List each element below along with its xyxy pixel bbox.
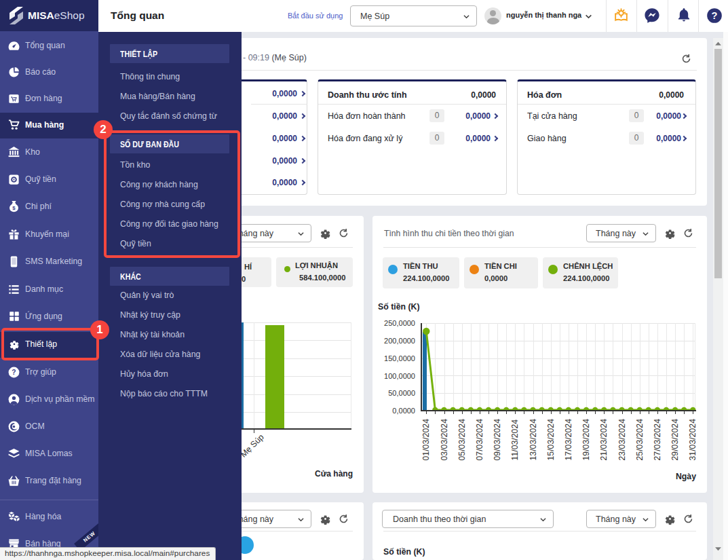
svg-text:$: $ [12, 205, 16, 211]
svg-text:?: ? [12, 369, 16, 376]
svg-text:?: ? [712, 10, 718, 21]
